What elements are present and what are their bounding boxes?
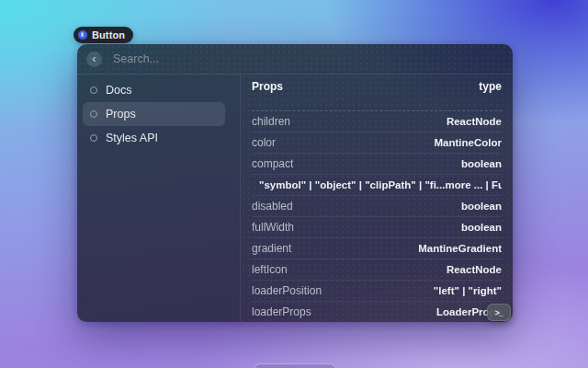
sidebar: Docs Props Styles API [77, 75, 241, 322]
header-type-col: type [479, 80, 502, 93]
sidebar-item-label: Docs [106, 84, 131, 97]
sidebar-item-docs[interactable]: Docs [83, 78, 225, 102]
table-row[interactable]: leftIcon ReactNode [252, 259, 502, 281]
prop-name: color [252, 136, 276, 149]
search-bar: ‹ [77, 44, 513, 75]
prop-name: disabled [252, 200, 293, 213]
prop-type: boolean [461, 201, 502, 212]
table-row[interactable]: fullWidth boolean [252, 217, 502, 238]
table-row[interactable]: loaderProps LoaderProps [252, 302, 502, 322]
prop-type: "symbol" | "object" | "clipPath" | "fi..… [259, 179, 502, 190]
circle-icon [90, 110, 97, 118]
props-table-header: Props type [252, 75, 502, 111]
sidebar-item-label: Styles API [106, 132, 158, 144]
prop-type: MantineColor [435, 137, 502, 148]
spotlight-modal: ‹ Docs Props Styles API Props type [77, 44, 513, 322]
chevron-left-icon: ‹ [92, 52, 96, 65]
button-pill[interactable]: Button [74, 27, 133, 43]
circle-icon [90, 134, 97, 142]
prop-name: children [252, 115, 290, 128]
table-row[interactable]: loaderPosition "left" | "right" [252, 281, 502, 302]
prop-name: loaderProps [252, 305, 311, 318]
terminal-button[interactable]: >_ [487, 304, 511, 321]
sidebar-item-label: Props [106, 108, 136, 121]
prop-name: loaderPosition [252, 284, 322, 297]
table-row[interactable]: color MantineColor [252, 132, 502, 154]
header-name-col: Props [252, 80, 283, 93]
prop-type: boolean [461, 222, 502, 233]
props-table: Props type children ReactNode color Mant… [241, 75, 513, 322]
table-row[interactable]: gradient MantineGradient [252, 238, 502, 259]
dock-peek [254, 363, 336, 368]
prop-name: leftIcon [252, 263, 288, 276]
search-input[interactable] [111, 52, 503, 66]
prop-type: ReactNode [447, 264, 502, 275]
prop-name: fullWidth [252, 221, 294, 234]
terminal-prompt-icon: >_ [495, 308, 503, 317]
prop-type: boolean [461, 158, 502, 169]
spotlight-body: Docs Props Styles API Props type childre… [77, 75, 513, 322]
prop-type: "left" | "right" [434, 285, 502, 296]
circle-icon [90, 86, 97, 94]
prop-name: gradient [252, 242, 291, 255]
prop-name: compact [252, 157, 293, 170]
table-row[interactable]: compact boolean [252, 154, 502, 175]
blue-dot-icon [78, 30, 87, 40]
table-row[interactable]: "symbol" | "object" | "clipPath" | "fi..… [252, 175, 502, 196]
table-row[interactable]: disabled boolean [252, 196, 502, 217]
prop-type: MantineGradient [418, 243, 502, 254]
back-button[interactable]: ‹ [86, 52, 102, 67]
table-row[interactable]: children ReactNode [252, 111, 502, 132]
button-pill-label: Button [92, 29, 125, 40]
sidebar-item-props[interactable]: Props [83, 102, 225, 126]
prop-type: ReactNode [447, 116, 502, 127]
sidebar-item-styles-api[interactable]: Styles API [83, 126, 225, 150]
